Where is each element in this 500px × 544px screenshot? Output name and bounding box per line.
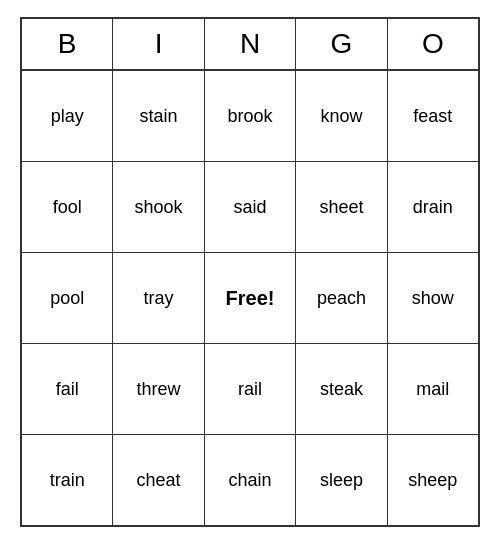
bingo-row: fail threw rail steak mail <box>22 344 478 435</box>
cell-1-1: shook <box>113 162 204 252</box>
cell-4-3: sleep <box>296 435 387 525</box>
cell-2-0: pool <box>22 253 113 343</box>
cell-0-0: play <box>22 71 113 161</box>
cell-3-0: fail <box>22 344 113 434</box>
cell-0-1: stain <box>113 71 204 161</box>
cell-1-2: said <box>205 162 296 252</box>
cell-free: Free! <box>205 253 296 343</box>
bingo-body: play stain brook know feast fool shook s… <box>22 71 478 525</box>
header-g: G <box>296 19 387 69</box>
bingo-card: B I N G O play stain brook know feast fo… <box>20 17 480 527</box>
cell-0-4: feast <box>388 71 478 161</box>
bingo-row: pool tray Free! peach show <box>22 253 478 344</box>
cell-2-1: tray <box>113 253 204 343</box>
cell-0-2: brook <box>205 71 296 161</box>
cell-3-1: threw <box>113 344 204 434</box>
cell-3-3: steak <box>296 344 387 434</box>
cell-1-4: drain <box>388 162 478 252</box>
cell-1-0: fool <box>22 162 113 252</box>
bingo-row: fool shook said sheet drain <box>22 162 478 253</box>
cell-4-4: sheep <box>388 435 478 525</box>
header-b: B <box>22 19 113 69</box>
cell-4-1: cheat <box>113 435 204 525</box>
cell-2-4: show <box>388 253 478 343</box>
cell-4-2: chain <box>205 435 296 525</box>
bingo-row: train cheat chain sleep sheep <box>22 435 478 525</box>
cell-1-3: sheet <box>296 162 387 252</box>
header-i: I <box>113 19 204 69</box>
bingo-header: B I N G O <box>22 19 478 71</box>
cell-0-3: know <box>296 71 387 161</box>
cell-3-2: rail <box>205 344 296 434</box>
cell-3-4: mail <box>388 344 478 434</box>
header-n: N <box>205 19 296 69</box>
header-o: O <box>388 19 478 69</box>
cell-4-0: train <box>22 435 113 525</box>
bingo-row: play stain brook know feast <box>22 71 478 162</box>
cell-2-3: peach <box>296 253 387 343</box>
